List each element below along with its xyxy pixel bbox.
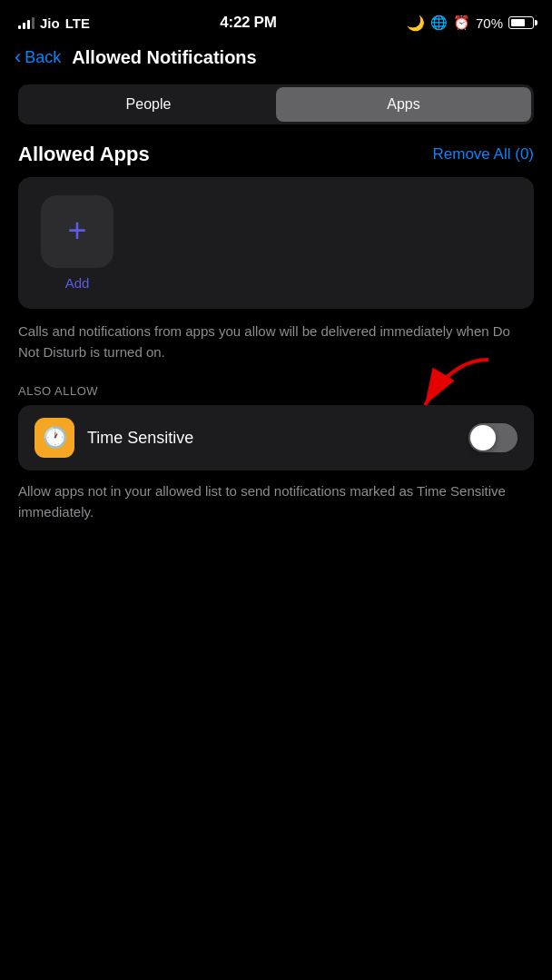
allowed-apps-header: Allowed Apps Remove All (0)	[0, 143, 552, 177]
allowed-apps-title: Allowed Apps	[18, 143, 150, 166]
battery-indicator	[508, 16, 534, 29]
toggle-thumb	[470, 425, 496, 450]
back-button[interactable]: ‹ Back	[15, 48, 61, 67]
tab-apps[interactable]: Apps	[276, 87, 531, 122]
battery-percent: 70%	[476, 15, 503, 31]
allowed-apps-description: Calls and notifications from apps you al…	[0, 309, 552, 375]
status-bar: Jio LTE 4:22 PM 🌙 🌐 ⏰ 70%	[0, 0, 552, 40]
add-label: Add	[65, 275, 90, 291]
header: ‹ Back Allowed Notifications	[0, 40, 552, 81]
moon-icon: 🌙	[407, 15, 425, 32]
tab-apps-label: Apps	[387, 96, 419, 113]
clock-icon: 🕐	[43, 426, 67, 450]
segment-control: People Apps	[18, 84, 534, 124]
network-type: LTE	[65, 15, 90, 31]
tab-people[interactable]: People	[21, 87, 276, 122]
status-right: 🌙 🌐 ⏰ 70%	[407, 15, 534, 32]
add-icon-box[interactable]: +	[41, 195, 113, 268]
back-label: Back	[25, 48, 61, 67]
time-sensitive-toggle[interactable]	[468, 423, 518, 452]
add-app-button[interactable]: + Add	[36, 195, 118, 291]
signal-bars	[18, 16, 34, 29]
time-sensitive-icon: 🕐	[34, 418, 74, 458]
time-sensitive-description: Allow apps not in your allowed list to s…	[0, 470, 552, 540]
also-allow-section-header: ALSO ALLOW	[0, 375, 552, 405]
tab-people-label: People	[126, 96, 172, 113]
back-chevron-icon: ‹	[15, 47, 21, 67]
time-sensitive-left: 🕐 Time Sensitive	[34, 418, 193, 458]
alarm-icon: ⏰	[453, 15, 470, 31]
world-clock-icon: 🌐	[430, 15, 448, 31]
remove-all-button[interactable]: Remove All (0)	[433, 145, 534, 163]
page-title: Allowed Notifications	[72, 47, 256, 68]
time-display: 4:22 PM	[220, 14, 276, 32]
toggle-row-wrapper: 🕐 Time Sensitive	[0, 405, 552, 470]
carrier-label: Jio	[40, 15, 60, 31]
time-sensitive-row: 🕐 Time Sensitive	[18, 405, 534, 470]
time-sensitive-label: Time Sensitive	[87, 429, 193, 448]
apps-card: + Add	[18, 177, 534, 309]
plus-icon: +	[67, 214, 86, 247]
status-left: Jio LTE	[18, 15, 90, 31]
